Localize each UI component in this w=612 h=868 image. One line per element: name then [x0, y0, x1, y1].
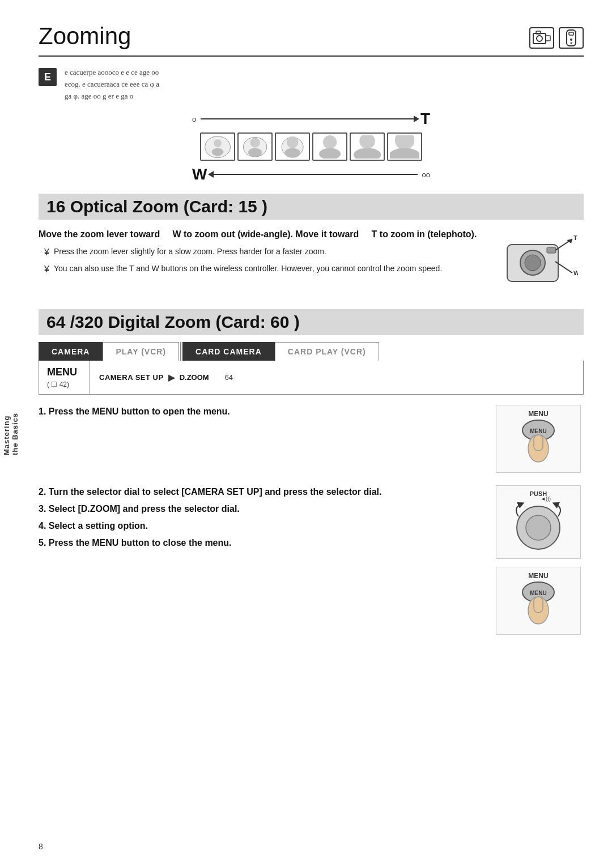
step-1-image: MENU MENU: [493, 405, 584, 473]
zoom-frame-6: [387, 132, 422, 161]
svg-point-7: [571, 42, 572, 44]
tab-card-play-vcr[interactable]: CARD PLAY (VCR): [275, 342, 379, 361]
svg-point-40: [526, 515, 551, 540]
tab-separator: [180, 342, 181, 361]
zoom-arrow-left: [211, 174, 417, 175]
svg-point-17: [323, 135, 337, 149]
svg-point-25: [525, 255, 541, 271]
e-section: E e cacuerpe aoooco e e ce age oo ecog. …: [39, 67, 584, 102]
optical-image: T W: [493, 228, 584, 296]
zoom-label-oo: oo: [422, 170, 430, 179]
zoom-frame-1: [200, 132, 235, 161]
page-title: Zooming: [39, 23, 131, 50]
svg-point-21: [395, 135, 414, 150]
step-5-label: 5. Press the MENU button to close the me…: [39, 536, 483, 550]
sub-steps: 3. Select [D.ZOOM] and press the selecto…: [39, 502, 483, 550]
zoom-frame-2: [237, 132, 273, 161]
tab-card-camera[interactable]: CARD CAMERA: [182, 342, 275, 361]
step-3-label: 3. Select [D.ZOOM] and press the selecto…: [39, 502, 483, 516]
optical-zoom-heading: 16 Optical Zoom (Card: 15 ): [39, 194, 584, 220]
svg-text:W: W: [573, 270, 578, 276]
menu-item-number: 64: [225, 373, 233, 382]
selector-dial-img: PUSH ◄))): [496, 485, 581, 559]
zoom-diagram: o T: [39, 110, 584, 183]
menu-item-dzoom: D.ZOOM: [180, 373, 209, 382]
zoom-frame-3: [275, 132, 310, 161]
remote-icon: [559, 27, 584, 49]
zoom-label-W: W: [192, 165, 207, 183]
svg-rect-26: [547, 247, 556, 253]
tab-camera[interactable]: CAMERA: [39, 342, 103, 361]
zoom-label-o: o: [192, 115, 196, 123]
side-label: Mastering the Basics: [0, 0, 22, 868]
menu-label: MENU: [47, 366, 82, 378]
bullet-item-2: ¥ You can also use the T and W buttons o…: [44, 263, 482, 276]
step-2-5-images: PUSH ◄))): [493, 485, 584, 635]
svg-point-6: [570, 39, 572, 41]
page-header: Zooming: [39, 23, 584, 57]
optical-text: Move the zoom lever toward W to zoom out…: [39, 228, 482, 296]
zoom-frame-5: [350, 132, 385, 161]
svg-rect-0: [533, 33, 546, 44]
step-2-label: 2. Turn the selector dial to select [CAM…: [39, 485, 483, 499]
zoom-images-row: [200, 132, 422, 161]
menu-item-camera-setup: CAMERA SET UP: [99, 373, 164, 382]
svg-rect-5: [569, 32, 573, 35]
svg-text:MENU: MENU: [530, 590, 546, 596]
svg-rect-44: [534, 597, 543, 613]
e-label: E: [39, 68, 57, 86]
digital-zoom-heading: 64 /320 Digital Zoom (Card: 60 ): [39, 309, 584, 335]
svg-text:◄))): ◄))): [541, 496, 551, 502]
svg-point-18: [319, 148, 341, 159]
svg-text:T: T: [573, 234, 577, 241]
svg-point-20: [354, 148, 381, 159]
bullet-item-1: ¥ Press the zoom lever slightly for a sl…: [44, 246, 482, 259]
svg-point-1: [537, 36, 542, 41]
svg-point-10: [212, 148, 224, 156]
zoom-instruction: Move the zoom lever toward W to zoom out…: [39, 228, 482, 241]
svg-rect-36: [534, 435, 543, 451]
svg-point-15: [287, 136, 299, 148]
menu-page-ref: ( ☐ 42): [47, 380, 82, 388]
zoom-frame-4: [312, 132, 347, 161]
tab-play-vcr[interactable]: PLAY (VCR): [103, 342, 179, 361]
bullet-mark-2: ¥: [44, 263, 49, 276]
camera-icon: [529, 27, 554, 49]
zoom-label-T: T: [420, 110, 430, 128]
menu-press-img-1: MENU MENU: [496, 405, 581, 473]
optical-section: Move the zoom lever toward W to zoom out…: [39, 228, 584, 296]
side-label-text: Mastering the Basics: [2, 413, 19, 455]
menu-label-img-2: MENU: [528, 572, 548, 580]
main-content: Zooming: [22, 0, 612, 868]
menu-label-box: MENU ( ☐ 42): [39, 361, 90, 394]
svg-point-16: [284, 148, 300, 157]
menu-display: MENU ( ☐ 42) CAMERA SET UP ▶ D.ZOOM 64: [39, 361, 584, 395]
bullet-list: ¥ Press the zoom lever slightly for a sl…: [44, 246, 482, 276]
svg-point-13: [248, 148, 262, 157]
bullet-mark-1: ¥: [44, 246, 49, 259]
svg-text:MENU: MENU: [530, 428, 546, 434]
step-1-label: 1. Press the MENU button to open the men…: [39, 405, 483, 418]
step-2-row: 2. Turn the selector dial to select [CAM…: [39, 485, 584, 635]
step-4-label: 4. Select a setting option.: [39, 519, 483, 533]
svg-point-19: [359, 135, 375, 149]
bullet-text-2: You can also use the T and W buttons on …: [54, 263, 442, 275]
menu-press-img-2: MENU MENU: [496, 567, 581, 635]
menu-content: CAMERA SET UP ▶ D.ZOOM 64: [90, 361, 583, 394]
e-text: e cacuerpe aoooco e e ce age oo ecog. e …: [65, 67, 159, 102]
step-1-row: 1. Press the MENU button to open the men…: [39, 405, 584, 473]
svg-point-9: [214, 139, 222, 147]
svg-rect-2: [536, 31, 541, 34]
svg-rect-3: [546, 36, 550, 41]
step-1-text: 1. Press the MENU button to open the men…: [39, 405, 483, 422]
page-number: 8: [39, 842, 43, 851]
header-icons: [529, 27, 584, 49]
mode-tabs[interactable]: CAMERA PLAY (VCR) CARD CAMERA CARD PLAY …: [39, 342, 584, 361]
svg-point-22: [390, 148, 419, 159]
svg-point-12: [250, 138, 260, 147]
step-2-text: 2. Turn the selector dial to select [CAM…: [39, 485, 483, 553]
zoom-arrow-right: [201, 118, 416, 119]
bullet-text-1: Press the zoom lever slightly for a slow…: [54, 246, 326, 258]
menu-arrow: ▶: [168, 372, 175, 383]
menu-label-img-1: MENU: [528, 410, 548, 418]
